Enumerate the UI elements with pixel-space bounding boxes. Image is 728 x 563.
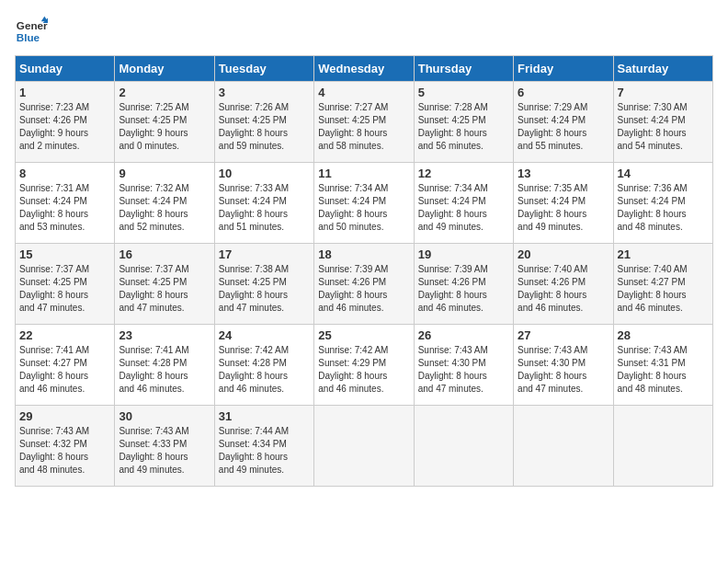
calendar-cell: 25Sunrise: 7:42 AMSunset: 4:29 PMDayligh… [314,325,414,406]
day-number: 28 [618,328,709,342]
day-info: Sunrise: 7:39 AMSunset: 4:26 PMDaylight:… [318,263,409,315]
day-info: Sunrise: 7:34 AMSunset: 4:24 PMDaylight:… [318,182,409,234]
calendar-week-row: 22Sunrise: 7:41 AMSunset: 4:27 PMDayligh… [16,325,713,406]
day-number: 23 [119,328,210,342]
day-info: Sunrise: 7:26 AMSunset: 4:25 PMDaylight:… [219,101,310,153]
day-number: 17 [219,247,310,261]
day-number: 18 [318,247,409,261]
day-info: Sunrise: 7:30 AMSunset: 4:24 PMDaylight:… [618,101,709,153]
day-number: 11 [318,167,409,180]
day-number: 30 [119,409,210,423]
day-number: 15 [19,247,110,261]
day-info: Sunrise: 7:41 AMSunset: 4:28 PMDaylight:… [119,344,210,396]
day-number: 27 [518,328,609,342]
calendar-cell: 15Sunrise: 7:37 AMSunset: 4:25 PMDayligh… [16,244,115,325]
calendar-cell [414,406,513,487]
calendar-cell: 5Sunrise: 7:28 AMSunset: 4:25 PMDaylight… [414,82,513,163]
day-number: 5 [418,86,509,99]
header-day-tuesday: Tuesday [214,56,313,82]
calendar-cell: 30Sunrise: 7:43 AMSunset: 4:33 PMDayligh… [115,406,214,487]
day-info: Sunrise: 7:43 AMSunset: 4:30 PMDaylight:… [518,344,609,396]
calendar-cell: 7Sunrise: 7:30 AMSunset: 4:24 PMDaylight… [613,82,712,163]
day-number: 19 [418,247,509,261]
calendar-week-row: 8Sunrise: 7:31 AMSunset: 4:24 PMDaylight… [16,163,713,244]
day-number: 29 [19,409,110,423]
calendar-table: SundayMondayTuesdayWednesdayThursdayFrid… [15,55,713,487]
day-number: 7 [618,86,709,99]
calendar-cell: 11Sunrise: 7:34 AMSunset: 4:24 PMDayligh… [314,163,414,244]
logo-icon: General Blue [15,15,48,48]
calendar-cell: 29Sunrise: 7:43 AMSunset: 4:32 PMDayligh… [16,406,115,487]
calendar-cell: 20Sunrise: 7:40 AMSunset: 4:26 PMDayligh… [514,244,613,325]
calendar-cell: 10Sunrise: 7:33 AMSunset: 4:24 PMDayligh… [214,163,313,244]
day-number: 9 [119,167,210,180]
day-info: Sunrise: 7:40 AMSunset: 4:26 PMDaylight:… [518,263,609,315]
calendar-header-row: SundayMondayTuesdayWednesdayThursdayFrid… [16,56,713,82]
calendar-cell: 3Sunrise: 7:26 AMSunset: 4:25 PMDaylight… [214,82,313,163]
calendar-cell: 21Sunrise: 7:40 AMSunset: 4:27 PMDayligh… [613,244,712,325]
header: General Blue [15,15,713,48]
calendar-cell: 4Sunrise: 7:27 AMSunset: 4:25 PMDaylight… [314,82,414,163]
day-info: Sunrise: 7:34 AMSunset: 4:24 PMDaylight:… [418,182,509,234]
day-info: Sunrise: 7:42 AMSunset: 4:28 PMDaylight:… [219,344,310,396]
header-day-monday: Monday [115,56,214,82]
day-number: 2 [119,86,210,99]
day-info: Sunrise: 7:43 AMSunset: 4:31 PMDaylight:… [618,344,709,396]
calendar-cell: 16Sunrise: 7:37 AMSunset: 4:25 PMDayligh… [115,244,214,325]
calendar-cell: 9Sunrise: 7:32 AMSunset: 4:24 PMDaylight… [115,163,214,244]
day-info: Sunrise: 7:28 AMSunset: 4:25 PMDaylight:… [418,101,509,153]
day-info: Sunrise: 7:37 AMSunset: 4:25 PMDaylight:… [19,263,110,315]
header-day-sunday: Sunday [16,56,115,82]
calendar-cell: 12Sunrise: 7:34 AMSunset: 4:24 PMDayligh… [414,163,513,244]
day-info: Sunrise: 7:43 AMSunset: 4:30 PMDaylight:… [418,344,509,396]
day-info: Sunrise: 7:40 AMSunset: 4:27 PMDaylight:… [618,263,709,315]
day-info: Sunrise: 7:27 AMSunset: 4:25 PMDaylight:… [318,101,409,153]
calendar-cell: 8Sunrise: 7:31 AMSunset: 4:24 PMDaylight… [16,163,115,244]
calendar-cell [514,406,613,487]
day-number: 20 [518,247,609,261]
day-info: Sunrise: 7:41 AMSunset: 4:27 PMDaylight:… [19,344,110,396]
calendar-week-row: 15Sunrise: 7:37 AMSunset: 4:25 PMDayligh… [16,244,713,325]
day-info: Sunrise: 7:25 AMSunset: 4:25 PMDaylight:… [119,101,210,153]
day-number: 21 [618,247,709,261]
calendar-cell [314,406,414,487]
day-number: 25 [318,328,409,342]
calendar-cell: 18Sunrise: 7:39 AMSunset: 4:26 PMDayligh… [314,244,414,325]
header-day-friday: Friday [514,56,613,82]
day-info: Sunrise: 7:43 AMSunset: 4:33 PMDaylight:… [119,425,210,477]
calendar-week-row: 1Sunrise: 7:23 AMSunset: 4:26 PMDaylight… [16,82,713,163]
day-info: Sunrise: 7:36 AMSunset: 4:24 PMDaylight:… [618,182,709,234]
day-info: Sunrise: 7:43 AMSunset: 4:32 PMDaylight:… [19,425,110,477]
calendar-cell: 24Sunrise: 7:42 AMSunset: 4:28 PMDayligh… [214,325,313,406]
day-info: Sunrise: 7:35 AMSunset: 4:24 PMDaylight:… [518,182,609,234]
header-day-thursday: Thursday [414,56,513,82]
calendar-cell: 13Sunrise: 7:35 AMSunset: 4:24 PMDayligh… [514,163,613,244]
day-info: Sunrise: 7:32 AMSunset: 4:24 PMDaylight:… [119,182,210,234]
day-number: 3 [219,86,310,99]
calendar-cell: 17Sunrise: 7:38 AMSunset: 4:25 PMDayligh… [214,244,313,325]
day-info: Sunrise: 7:37 AMSunset: 4:25 PMDaylight:… [119,263,210,315]
calendar-cell: 19Sunrise: 7:39 AMSunset: 4:26 PMDayligh… [414,244,513,325]
day-number: 4 [318,86,409,99]
day-number: 13 [518,167,609,180]
calendar-cell: 22Sunrise: 7:41 AMSunset: 4:27 PMDayligh… [16,325,115,406]
day-info: Sunrise: 7:44 AMSunset: 4:34 PMDaylight:… [219,425,310,477]
calendar-cell: 1Sunrise: 7:23 AMSunset: 4:26 PMDaylight… [16,82,115,163]
calendar-cell: 14Sunrise: 7:36 AMSunset: 4:24 PMDayligh… [613,163,712,244]
day-info: Sunrise: 7:42 AMSunset: 4:29 PMDaylight:… [318,344,409,396]
calendar-cell: 2Sunrise: 7:25 AMSunset: 4:25 PMDaylight… [115,82,214,163]
day-number: 8 [19,167,110,180]
day-info: Sunrise: 7:38 AMSunset: 4:25 PMDaylight:… [219,263,310,315]
day-number: 1 [19,86,110,99]
header-day-wednesday: Wednesday [314,56,414,82]
calendar-cell [613,406,712,487]
svg-text:Blue: Blue [17,31,40,43]
day-info: Sunrise: 7:33 AMSunset: 4:24 PMDaylight:… [219,182,310,234]
calendar-cell: 28Sunrise: 7:43 AMSunset: 4:31 PMDayligh… [613,325,712,406]
calendar-cell: 23Sunrise: 7:41 AMSunset: 4:28 PMDayligh… [115,325,214,406]
calendar-cell: 27Sunrise: 7:43 AMSunset: 4:30 PMDayligh… [514,325,613,406]
day-info: Sunrise: 7:31 AMSunset: 4:24 PMDaylight:… [19,182,110,234]
day-info: Sunrise: 7:29 AMSunset: 4:24 PMDaylight:… [518,101,609,153]
calendar-cell: 6Sunrise: 7:29 AMSunset: 4:24 PMDaylight… [514,82,613,163]
calendar-week-row: 29Sunrise: 7:43 AMSunset: 4:32 PMDayligh… [16,406,713,487]
